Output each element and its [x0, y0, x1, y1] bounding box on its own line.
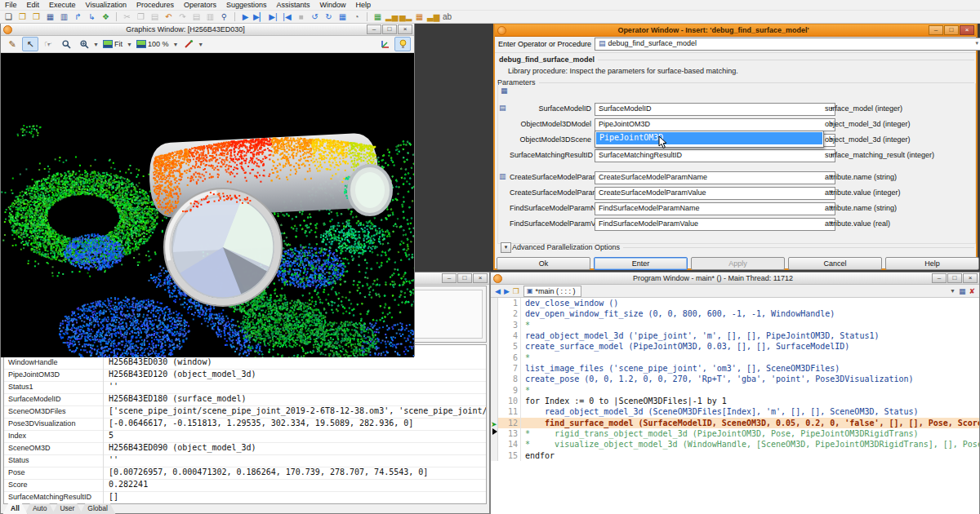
variable-row[interactable]: SurfaceModelIDH256B43ED180 (surface_mode…	[4, 393, 486, 406]
enter-button[interactable]: Enter	[594, 257, 688, 270]
breakpoint-gutter[interactable]	[491, 396, 498, 406]
code-line-14[interactable]: 14* visualize_object_model_3d (WindowHan…	[491, 439, 979, 450]
open-program-icon[interactable]: ❐	[16, 11, 29, 22]
find-icon[interactable]: ⚲	[218, 11, 230, 22]
breakpoint-gutter[interactable]	[491, 320, 498, 330]
new-program-icon[interactable]: ❏	[2, 11, 15, 22]
menu-window[interactable]: Window	[315, 0, 351, 10]
combo-caret-icon[interactable]: ▾	[975, 40, 978, 47]
step-over-icon[interactable]: ▶▏	[253, 11, 265, 22]
variable-row[interactable]: Pose[0.00726957, 0.000471302, 0.186264, …	[4, 467, 486, 480]
parameter-combo-findsurfacemodelparamvalue[interactable]: FindSurfaceModelParamValue▾	[595, 218, 835, 231]
reset-program-icon[interactable]: ↺	[309, 11, 321, 22]
parameter-combo-findsurfacemodelparamname[interactable]: FindSurfaceModelParamName▾	[595, 202, 835, 215]
parameter-combo-createsurfacemodelparamvalue[interactable]: CreateSurfaceModelParamValue▾	[595, 187, 835, 200]
clear-dropdown-caret[interactable]: ▼	[198, 42, 203, 47]
save-as-icon[interactable]: ▥	[58, 11, 70, 22]
maximize-button[interactable]: □	[457, 273, 472, 283]
code-line-1[interactable]: 1dev_close_window ()	[491, 298, 979, 308]
parameter-combo-surfacematchingresultid[interactable]: SurfaceMatchingResultID▾	[595, 149, 835, 162]
code-line-7[interactable]: 7list_image_files ('scene_pipe_joint', '…	[491, 363, 979, 374]
breakpoint-gutter[interactable]	[491, 406, 498, 417]
variable-row[interactable]: SceneOM3DFiles['scene_pipe_joint/scene_p…	[4, 405, 486, 419]
breakpoint-gutter[interactable]	[491, 363, 498, 374]
parameter-combo-objectmodel3dmodel[interactable]: PipeJointOM3D▾	[595, 118, 835, 131]
code-line-3[interactable]: 3*	[491, 320, 979, 330]
graphics-window-titlebar[interactable]: Graphics Window: [H256B43ED030] – □ ×	[1, 24, 414, 36]
zoom-level-button[interactable]: 100 %	[135, 37, 172, 51]
fit-dropdown-caret[interactable]: ▼	[127, 42, 132, 47]
run-icon[interactable]: ▶	[239, 11, 252, 22]
code-editor[interactable]: ➤ 1dev_close_window ()2dev_open_window_f…	[491, 298, 979, 514]
zoom-dropdown-caret[interactable]: ▼	[93, 42, 99, 47]
breakpoint-gutter[interactable]	[491, 385, 498, 396]
variable-tab-user[interactable]: User	[51, 503, 82, 514]
variable-row[interactable]: Index5	[4, 430, 486, 443]
operator-window-titlebar[interactable]: Operator Window - Insert: 'debug_find_su…	[495, 24, 976, 37]
magnify-tool-button[interactable]	[58, 37, 74, 51]
variable-insert-icon[interactable]: ▦	[501, 86, 508, 95]
pose-3d-button[interactable]	[376, 37, 393, 51]
code-line-15[interactable]: 15endfor	[491, 450, 979, 461]
breakpoint-gutter[interactable]	[491, 298, 498, 308]
reset-insert-icon[interactable]: ↻	[323, 11, 335, 22]
close-button[interactable]: ×	[963, 273, 978, 283]
breakpoint-gutter[interactable]	[491, 341, 498, 352]
zoom-level-caret[interactable]: ▼	[172, 42, 178, 47]
minimize-button[interactable]: –	[442, 273, 457, 283]
step-into-icon[interactable]: ▶|	[267, 11, 279, 22]
update-window-icon[interactable]: ▦	[336, 11, 349, 22]
menu-file[interactable]: File	[0, 0, 22, 10]
color-inspect-icon[interactable]: ▦	[413, 11, 425, 22]
tab-list-caret[interactable]: ▼	[950, 288, 956, 294]
close-procedure-icon[interactable]: ✘	[969, 287, 975, 295]
fit-image-button[interactable]: Fit	[101, 37, 126, 51]
variable-row[interactable]: PipeJointOM3DH256B43ED120 (object_model_…	[4, 369, 486, 382]
breakpoint-gutter[interactable]	[491, 308, 498, 319]
ok-button[interactable]: Ok	[497, 257, 590, 270]
breakpoint-gutter[interactable]	[491, 450, 498, 461]
minimize-button[interactable]: –	[367, 24, 381, 34]
tab-main[interactable]: ▣ *main ( : : : )	[523, 286, 581, 297]
variable-row[interactable]: Pose3DVisualization[-0.0646617, -0.15181…	[4, 418, 486, 431]
code-line-4[interactable]: 4read_object_model_3d ('pipe_joint', 'm'…	[491, 330, 979, 341]
menu-help[interactable]: Help	[351, 0, 376, 10]
zoom-in-tool-button[interactable]	[76, 37, 92, 51]
variable-row[interactable]: Status1''	[4, 381, 486, 394]
menu-operators[interactable]: Operators	[179, 0, 221, 10]
open-recent-icon[interactable]: ❐	[30, 11, 42, 22]
help-button[interactable]: Help	[885, 257, 979, 270]
maximize-button[interactable]: □	[944, 25, 959, 35]
operator-search-combo[interactable]: ▤debug_find_surface_model ▾	[595, 38, 980, 51]
variable-row[interactable]: Status''	[4, 454, 486, 467]
code-line-6[interactable]: 6*	[491, 352, 979, 363]
navigate-back-icon[interactable]: ◀	[495, 287, 501, 295]
screenshot-icon[interactable]: ❖	[100, 11, 112, 22]
variable-tab-auto[interactable]: Auto	[24, 503, 56, 514]
save-program-icon[interactable]: ▦	[44, 11, 56, 22]
code-line-12[interactable]: 12 find_surface_model (SurfaceModelID, S…	[491, 418, 979, 428]
variable-tab-global[interactable]: Global	[79, 503, 116, 514]
procedure-list-icon[interactable]: ❐	[513, 287, 519, 295]
close-button[interactable]: ×	[960, 25, 974, 35]
program-window-titlebar[interactable]: Program Window - main* () - Main Thread:…	[491, 273, 979, 285]
combo-dropdown-list[interactable]: PipeJointOM3D	[595, 131, 824, 148]
import-program-icon[interactable]: ↳	[86, 11, 98, 22]
undo-icon[interactable]: ↶	[163, 11, 175, 22]
parameter-combo-createsurfacemodelparamname[interactable]: CreateSurfaceModelParamName▾	[595, 171, 835, 184]
gray-histogram-icon[interactable]: ▂▅	[385, 11, 398, 22]
minimize-button[interactable]: –	[929, 25, 943, 35]
menu-visualization[interactable]: Visualization	[81, 0, 131, 10]
image-window-icon[interactable]: ▦	[372, 11, 384, 22]
code-line-13[interactable]: 13* rigid_trans_object_model_3d (PipeJoi…	[491, 428, 979, 439]
step-out-icon[interactable]: |◀	[281, 11, 293, 22]
maximize-button[interactable]: □	[382, 24, 397, 34]
close-button[interactable]: ×	[398, 24, 412, 34]
variable-row[interactable]: SurfaceMatchingResultID[]	[4, 491, 486, 504]
profiler-icon[interactable]: ◔	[350, 11, 363, 22]
set-display-parameters-button[interactable]: ✎	[4, 37, 20, 51]
breakpoint-gutter[interactable]	[491, 439, 498, 450]
menu-edit[interactable]: Edit	[22, 0, 45, 10]
breakpoint-gutter[interactable]	[491, 330, 498, 341]
code-line-11[interactable]: 11 read_object_model_3d (SceneOM3DFiles[…	[491, 406, 979, 417]
